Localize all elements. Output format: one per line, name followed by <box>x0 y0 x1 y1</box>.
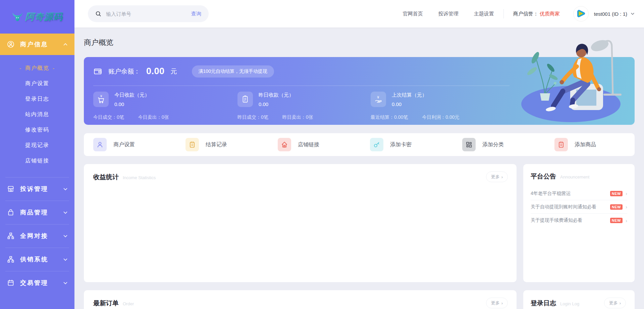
announcement-text: 关于提现手续费通知必看 <box>531 217 610 223</box>
announcement-title: 平台公告 <box>531 172 556 181</box>
user-menu[interactable]: test001 (ID : 1) <box>594 11 635 17</box>
footnote-item: 今日卖出：0张 <box>138 114 169 120</box>
more-label: 更多 <box>609 300 618 306</box>
sidebar-group-network-docking[interactable]: 全网对接 <box>0 224 74 248</box>
grid-icon <box>462 138 476 151</box>
order-search: 查询 <box>88 5 209 22</box>
org-network-icon <box>7 232 15 240</box>
footnote-item: 最近结算：0.00笔 <box>371 114 408 120</box>
more-label: 更多 <box>491 174 500 180</box>
chevron-right-icon: › <box>626 191 627 196</box>
announcement-item[interactable]: 关于自动提现到账时间通知必看 NEW › <box>531 200 627 214</box>
submenu-label: 提现记录 <box>25 142 49 149</box>
stat-today-income: ¥ 今日收款（元） 0.00 <box>93 92 237 107</box>
quick-actions-bar: 商户设置 结算记录 店铺链接 <box>84 133 635 156</box>
wallet-icon <box>93 67 102 76</box>
main-area: 查询 官网首页 投诉管理 主题设置 商户信誉： 优质商家 <box>74 0 644 309</box>
login-log-more-button[interactable]: 更多 › <box>604 298 626 308</box>
middle-row: 收益统计 Income Statistics 更多 › 平台公告 Announc… <box>84 164 635 282</box>
sidebar-group-label: 供销系统 <box>20 255 48 263</box>
home-icon <box>278 138 291 151</box>
stat-value: 0.00 <box>114 101 150 107</box>
footnote-item: 今日利润：0.00元 <box>422 114 459 120</box>
submenu-label: 站内消息 <box>25 111 49 118</box>
sidebar-item-login-log[interactable]: 登录日志 <box>0 91 74 107</box>
quick-add-product[interactable]: 添加商品 <box>554 138 596 151</box>
topbar-divider <box>503 9 504 18</box>
login-log-subtitle: Login Log <box>560 301 579 306</box>
orders-subtitle: Order <box>123 301 134 306</box>
quick-settlement-records[interactable]: 结算记录 <box>185 138 278 151</box>
logo[interactable]: 阿奇源码 <box>0 0 74 34</box>
sidebar-item-merchant-settings[interactable]: 商户设置 <box>0 76 74 91</box>
hand-coin-icon: ¥ <box>371 92 386 107</box>
quick-shop-link[interactable]: 店铺链接 <box>278 138 370 151</box>
submenu-label: 商户概览 <box>25 65 49 72</box>
chevron-right-icon: › <box>626 204 627 210</box>
sidebar-group-trade-management[interactable]: 交易管理 <box>0 271 74 295</box>
sidebar-item-change-password[interactable]: 修改密码 <box>0 122 74 138</box>
balance-footnotes: 今日成交：0笔 今日卖出：0张 昨日成交：0笔 昨日卖出：0张 最近结算：0.0… <box>93 114 519 120</box>
sidebar-group-products[interactable]: 商品管理 <box>0 201 74 224</box>
svg-text:¥: ¥ <box>100 95 102 98</box>
sidebar-group-label: 全网对接 <box>20 232 48 240</box>
top-nav: 官网首页 投诉管理 主题设置 <box>403 11 494 17</box>
avatar-play-logo-icon <box>575 8 587 19</box>
balance-row: 账户余额： 0.00 元 满100元自动结算，无须手动提现 <box>93 57 509 86</box>
nav-theme-settings[interactable]: 主题设置 <box>474 11 494 17</box>
chevron-up-icon <box>63 43 68 46</box>
sidebar-group-complaints[interactable]: 投诉管理 <box>0 177 74 201</box>
chevron-right-icon: › <box>501 301 503 306</box>
merchant-dashboard: 阿奇源码 商户信息 - 商户概览 - 商户设置 登录日志 站内消息 修改密码 提… <box>0 0 644 309</box>
bull-logo-icon <box>12 12 23 21</box>
balance-unit: 元 <box>171 67 177 76</box>
active-dash: - <box>53 65 55 71</box>
quick-action-label: 商户设置 <box>113 141 135 148</box>
svg-text:¥: ¥ <box>377 96 379 99</box>
quick-merchant-settings[interactable]: 商户设置 <box>93 138 185 151</box>
stat-label: 昨日收款（元） <box>259 92 294 98</box>
key-icon <box>370 138 383 151</box>
avatar[interactable] <box>573 6 589 21</box>
product-doc-icon <box>554 138 568 151</box>
settlement-doc-icon <box>185 138 199 151</box>
footnote-item: 昨日成交：0笔 <box>237 114 268 120</box>
card-head: 收益统计 Income Statistics <box>93 173 507 182</box>
sidebar: 阿奇源码 商户信息 - 商户概览 - 商户设置 登录日志 站内消息 修改密码 提… <box>0 0 74 309</box>
logo-text: 阿奇源码 <box>25 11 63 23</box>
sidebar-group-merchant-info[interactable]: 商户信息 <box>0 34 74 55</box>
sidebar-item-withdraw-records[interactable]: 提现记录 <box>0 138 74 153</box>
shopping-bag-icon <box>7 208 15 216</box>
topbar: 查询 官网首页 投诉管理 主题设置 商户信誉： 优质商家 <box>74 0 644 28</box>
announcement-item[interactable]: 关于提现手续费通知必看 NEW › <box>531 214 627 227</box>
quick-action-label: 添加分类 <box>482 141 504 148</box>
sidebar-submenu: - 商户概览 - 商户设置 登录日志 站内消息 修改密码 提现记录 店铺链接 <box>0 55 74 177</box>
income-more-button[interactable]: 更多 › <box>486 171 508 182</box>
nav-official-home[interactable]: 官网首页 <box>403 11 423 17</box>
new-badge: NEW <box>610 191 623 196</box>
orders-more-button[interactable]: 更多 › <box>486 298 508 308</box>
username-text: test001 (ID : 1) <box>594 11 627 17</box>
search-query-button[interactable]: 查询 <box>191 11 201 17</box>
announcement-item[interactable]: 4年老平台平稳营运 NEW › <box>531 187 627 200</box>
active-dash: - <box>19 65 22 71</box>
announcement-subtitle: Announcement <box>560 174 589 179</box>
sidebar-item-site-messages[interactable]: 站内消息 <box>0 107 74 122</box>
chevron-down-icon <box>631 12 635 15</box>
order-search-input[interactable] <box>106 11 186 17</box>
storefront-icon <box>7 185 15 193</box>
quick-add-card-key[interactable]: 添加卡密 <box>370 138 462 151</box>
footnote-item: 昨日卖出：0张 <box>282 114 313 120</box>
bottom-row: 最新订单 Order 更多 › 登录日志 Login Log 更多 <box>84 290 635 309</box>
search-icon <box>95 11 101 17</box>
announcement-card: 平台公告 Announcement 4年老平台平稳营运 NEW › 关于自动提现… <box>523 164 635 282</box>
sidebar-item-shop-link[interactable]: 店铺链接 <box>0 153 74 168</box>
nav-complaints[interactable]: 投诉管理 <box>438 11 459 17</box>
chevron-right-icon: › <box>620 301 621 306</box>
sidebar-group-supply-system[interactable]: 供销系统 <box>0 248 74 271</box>
card-head: 最新订单 Order <box>93 299 507 308</box>
submenu-label: 登录日志 <box>25 96 49 103</box>
quick-add-category[interactable]: 添加分类 <box>462 138 554 151</box>
orders-title: 最新订单 <box>93 299 119 308</box>
sidebar-item-merchant-overview[interactable]: - 商户概览 - <box>0 60 74 76</box>
